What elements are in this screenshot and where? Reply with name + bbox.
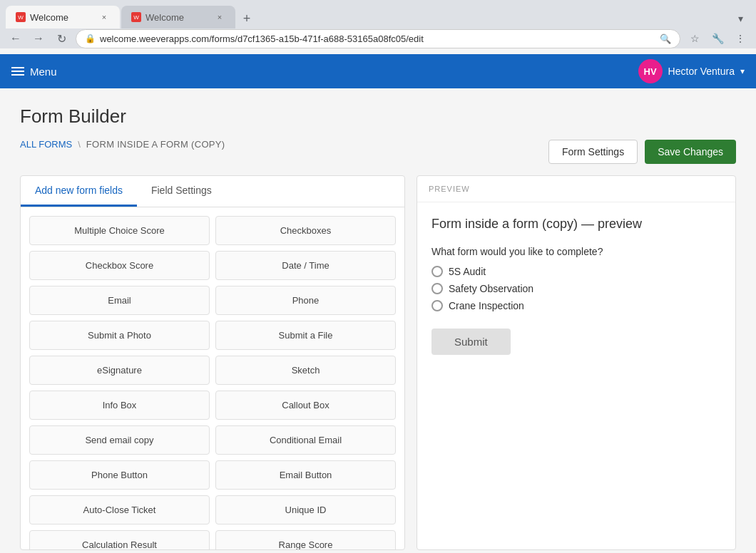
tab-label-2: Welcome [145, 12, 210, 23]
breadcrumb-separator: \ [78, 139, 81, 150]
bookmark-button[interactable]: ☆ [685, 29, 705, 48]
field-send-email-copy[interactable]: Send email copy [29, 425, 210, 455]
field-callout-box[interactable]: Callout Box [215, 391, 396, 420]
preview-question: What form would you like to complete? [431, 246, 721, 257]
field-esignature[interactable]: eSignature [29, 356, 210, 385]
field-unique-id[interactable]: Unique ID [215, 495, 396, 524]
extensions-button[interactable]: 🔧 [708, 29, 727, 48]
reload-button[interactable]: ↻ [51, 29, 71, 48]
field-conditional-email[interactable]: Conditional Email [215, 425, 396, 455]
tab-favicon-2: W [131, 12, 141, 22]
all-forms-link[interactable]: ALL FORMS [20, 139, 72, 150]
field-range-score[interactable]: Range Score [215, 530, 396, 549]
breadcrumb-current: FORM INSIDE A FORM (COPY) [86, 139, 225, 150]
field-calculation-result[interactable]: Calculation Result [29, 530, 210, 549]
panel-tabs: Add new form fields Field Settings [21, 176, 404, 207]
field-checkboxes[interactable]: Checkboxes [215, 216, 396, 245]
tab-label-1: Welcome [30, 12, 94, 23]
avatar: HV [638, 59, 663, 83]
builder-layout: Add new form fields Field Settings Multi… [20, 175, 736, 550]
radio-circle-1 [431, 283, 443, 294]
field-email[interactable]: Email [29, 286, 210, 315]
radio-label-1: Safety Observation [449, 283, 533, 294]
menu-button[interactable]: Menu [11, 66, 57, 78]
user-name: Hector Ventura [668, 66, 735, 77]
address-bar[interactable]: 🔒 welcome.weeverapps.com/forms/d7cf1365-… [76, 29, 680, 48]
tab-list-button[interactable]: ▾ [730, 9, 750, 29]
field-email-button[interactable]: Email Button [215, 460, 396, 490]
back-button[interactable]: ← [6, 29, 26, 48]
hamburger-icon [11, 67, 24, 76]
left-panel: Add new form fields Field Settings Multi… [20, 175, 405, 550]
field-sketch[interactable]: Sketch [215, 356, 396, 385]
radio-group: 5S Audit Safety Observation Crane Inspec… [431, 266, 721, 311]
tab-field-settings[interactable]: Field Settings [137, 176, 226, 207]
field-phone[interactable]: Phone [215, 286, 396, 315]
radio-circle-0 [431, 266, 443, 277]
field-checkbox-score[interactable]: Checkbox Score [29, 251, 210, 280]
radio-circle-2 [431, 300, 443, 311]
preview-submit-button[interactable]: Submit [431, 329, 511, 355]
menu-label: Menu [30, 66, 57, 78]
right-panel: PREVIEW Form inside a form (copy) — prev… [417, 175, 736, 550]
forward-button[interactable]: → [29, 29, 48, 48]
browser-tab-1[interactable]: W Welcome × [6, 6, 120, 29]
radio-item-0: 5S Audit [431, 266, 721, 277]
field-date-time[interactable]: Date / Time [215, 251, 396, 280]
top-row: ALL FORMS \ FORM INSIDE A FORM (COPY) Fo… [20, 139, 736, 164]
browser-action-buttons: ☆ 🔧 ⋮ [685, 29, 750, 48]
radio-item-2: Crane Inspection [431, 300, 721, 311]
field-info-box[interactable]: Info Box [29, 391, 210, 420]
preview-form-title: Form inside a form (copy) — preview [431, 217, 721, 232]
app-header: Menu HV Hector Ventura ▾ [0, 54, 756, 88]
search-icon: 🔍 [660, 33, 671, 44]
field-auto-close-ticket[interactable]: Auto-Close Ticket [29, 495, 210, 524]
browser-tab-2[interactable]: W Welcome × [121, 6, 235, 29]
breadcrumb: ALL FORMS \ FORM INSIDE A FORM (COPY) [20, 139, 225, 150]
radio-label-0: 5S Audit [449, 266, 486, 277]
radio-item-1: Safety Observation [431, 283, 721, 294]
field-multiple-choice-score[interactable]: Multiple Choice Score [29, 216, 210, 245]
lock-icon: 🔒 [85, 33, 96, 43]
fields-grid: Multiple Choice Score Checkboxes Checkbo… [21, 207, 404, 549]
tab-add-fields[interactable]: Add new form fields [21, 176, 137, 207]
field-submit-a-file[interactable]: Submit a File [215, 321, 396, 350]
more-button[interactable]: ⋮ [730, 29, 750, 48]
preview-content: Form inside a form (copy) — preview What… [417, 202, 735, 369]
field-submit-a-photo[interactable]: Submit a Photo [29, 321, 210, 350]
browser-toolbar: ← → ↻ 🔒 welcome.weeverapps.com/forms/d7c… [6, 29, 750, 48]
new-tab-button[interactable]: + [237, 9, 257, 29]
field-phone-button[interactable]: Phone Button [29, 460, 210, 490]
preview-header: PREVIEW [417, 176, 735, 202]
action-buttons: Form Settings Save Changes [548, 140, 736, 164]
radio-label-2: Crane Inspection [449, 300, 524, 311]
main-content: Form Builder ALL FORMS \ FORM INSIDE A F… [0, 88, 756, 553]
page-title: Form Builder [20, 105, 736, 128]
user-area[interactable]: HV Hector Ventura ▾ [638, 59, 745, 83]
user-dropdown-icon: ▾ [740, 66, 745, 76]
browser-chrome: W Welcome × W Welcome × + ▾ ← → ↻ 🔒 welc… [0, 0, 756, 48]
url-text: welcome.weeverapps.com/forms/d7cf1365-a1… [100, 33, 655, 44]
tab-favicon-1: W [16, 12, 26, 22]
form-settings-button[interactable]: Form Settings [548, 140, 638, 164]
tab-close-2[interactable]: × [214, 11, 225, 23]
save-changes-button[interactable]: Save Changes [645, 140, 736, 164]
tab-close-1[interactable]: × [98, 11, 110, 23]
nav-buttons: ← → ↻ [6, 29, 71, 48]
